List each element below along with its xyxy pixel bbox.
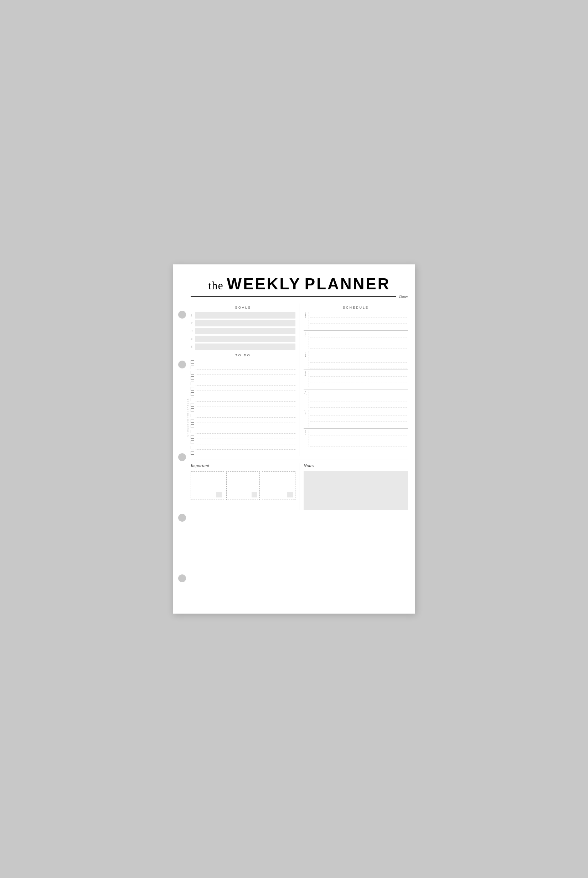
title-the: the xyxy=(208,279,224,292)
important-box-2[interactable] xyxy=(226,471,260,500)
binder-hole-2 xyxy=(178,361,186,369)
notes-section: Notes xyxy=(299,463,408,510)
checkbox[interactable] xyxy=(190,371,194,375)
checkbox[interactable] xyxy=(190,376,194,380)
checkbox[interactable] xyxy=(190,451,194,455)
header: the WEEKLY PLANNER Date: xyxy=(190,275,408,301)
day-label-fri: fri xyxy=(304,391,309,395)
title-planner: PLANNER xyxy=(305,275,391,293)
day-lines-thu xyxy=(309,371,408,388)
checkbox[interactable] xyxy=(190,360,194,364)
day-lines-sun xyxy=(309,430,408,447)
day-lines-fri xyxy=(309,391,408,408)
list-item xyxy=(190,419,296,423)
day-label-tue: tue xyxy=(304,332,309,337)
list-item xyxy=(190,397,296,402)
checkbox[interactable] xyxy=(190,435,194,439)
important-box-inner-3 xyxy=(287,492,293,497)
list-item xyxy=(190,408,296,412)
day-label-sun: sun xyxy=(304,430,309,435)
checkbox[interactable] xyxy=(190,430,194,433)
list-item xyxy=(190,440,296,444)
important-label: Important xyxy=(190,463,296,469)
list-item xyxy=(190,435,296,439)
left-panel: GOALS 1 2 3 4 5 xyxy=(190,304,299,456)
date-label: Date: xyxy=(399,294,408,299)
right-panel: SCHEDULE mon xyxy=(299,304,408,456)
todo-section-label: TO DO xyxy=(190,354,296,357)
checkbox[interactable] xyxy=(190,440,194,444)
day-block-tue: tue xyxy=(304,332,408,350)
day-block-fri: fri xyxy=(304,391,408,409)
important-box-3[interactable] xyxy=(262,471,296,500)
day-label-thu: thu xyxy=(304,371,309,376)
list-item: 5 xyxy=(190,343,296,350)
day-block-sat: sat xyxy=(304,410,408,429)
checkbox[interactable] xyxy=(190,414,194,417)
checkbox[interactable] xyxy=(190,398,194,401)
list-item: 1 xyxy=(190,312,296,319)
list-item xyxy=(190,387,296,391)
important-box-inner-1 xyxy=(216,492,222,497)
schedule-section-label: SCHEDULE xyxy=(304,306,408,309)
list-item xyxy=(190,451,296,455)
day-lines-tue xyxy=(309,332,408,349)
day-lines-wed xyxy=(309,351,408,369)
binder-hole-3 xyxy=(178,453,186,461)
checkbox[interactable] xyxy=(190,382,194,385)
day-lines-mon xyxy=(309,312,408,329)
checkbox[interactable] xyxy=(190,392,194,396)
watermark: CROSSBOWPRINTABLES xyxy=(187,398,189,436)
list-item: 3 xyxy=(190,328,296,334)
day-block-wed: wed xyxy=(304,351,408,370)
list-item: 4 xyxy=(190,336,296,342)
goals-list: 1 2 3 4 5 xyxy=(190,312,296,350)
day-lines-sat xyxy=(309,410,408,427)
checkbox[interactable] xyxy=(190,419,194,423)
list-item xyxy=(190,414,296,418)
binder-hole-1 xyxy=(178,311,186,319)
day-label-mon: mon xyxy=(304,312,309,319)
list-item: 2 xyxy=(190,320,296,327)
checkbox[interactable] xyxy=(190,366,194,369)
list-item xyxy=(190,371,296,375)
list-item xyxy=(190,381,296,385)
bottom-grid: Important Notes xyxy=(190,460,408,510)
day-label-wed: wed xyxy=(304,351,309,358)
binder-hole-5 xyxy=(178,574,186,582)
header-divider-line xyxy=(190,296,396,297)
important-boxes xyxy=(190,471,296,500)
important-box-1[interactable] xyxy=(190,471,224,500)
list-item xyxy=(190,424,296,428)
day-block-sun: sun xyxy=(304,430,408,448)
schedule-list: mon tue xyxy=(304,312,408,448)
title-weekly: WEEKLY xyxy=(227,275,301,293)
checkbox[interactable] xyxy=(190,446,194,449)
list-item xyxy=(190,392,296,396)
todo-list xyxy=(190,360,296,455)
list-item xyxy=(190,429,296,434)
list-item xyxy=(190,376,296,380)
list-item xyxy=(190,403,296,407)
important-section: Important xyxy=(190,463,299,510)
important-box-inner-2 xyxy=(252,492,257,497)
day-block-thu: thu xyxy=(304,371,408,390)
checkbox[interactable] xyxy=(190,387,194,391)
binder-hole-4 xyxy=(178,514,186,522)
list-item xyxy=(190,360,296,364)
main-grid: GOALS 1 2 3 4 5 xyxy=(190,304,408,456)
day-label-sat: sat xyxy=(304,410,309,415)
goals-section-label: GOALS xyxy=(190,306,296,309)
checkbox[interactable] xyxy=(190,408,194,412)
list-item xyxy=(190,365,296,370)
checkbox[interactable] xyxy=(190,424,194,428)
day-block-mon: mon xyxy=(304,312,408,331)
list-item xyxy=(190,445,296,450)
notes-label: Notes xyxy=(304,463,408,469)
notes-box[interactable] xyxy=(304,471,408,510)
checkbox[interactable] xyxy=(190,403,194,407)
